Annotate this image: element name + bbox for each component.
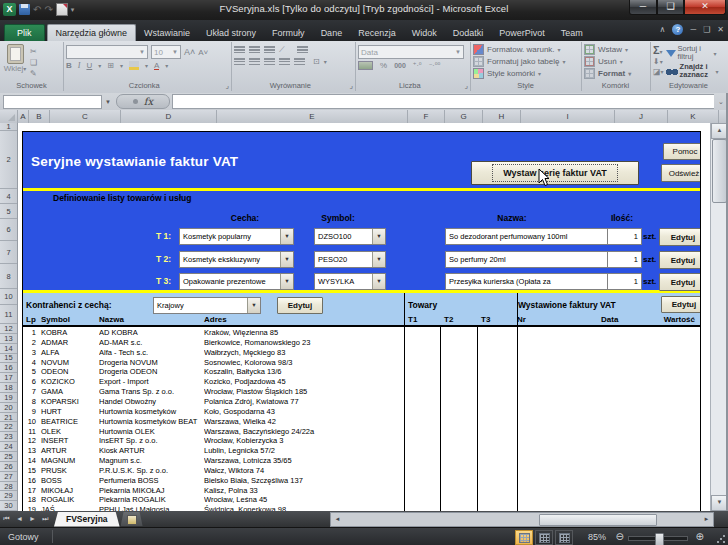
row-header-20[interactable]: 20 [0,403,17,413]
t1-cecha-select[interactable]: Kosmetyk popularny▼ [179,228,294,245]
row-header-1[interactable]: 1 [0,123,17,131]
zoom-slider[interactable] [628,536,688,541]
normal-view-button[interactable] [515,530,533,545]
kontrahenci-select[interactable]: Krajowy▼ [153,297,261,314]
align-top-icon[interactable] [234,46,245,54]
table-row[interactable]: 9HURTHurtownia kosmetykówKoło, Gospodarn… [23,407,699,417]
table-row[interactable]: 5ODEONDrogeria ODEONKoszalin, Bałtycka 1… [23,367,699,377]
autosum-icon[interactable]: Σ▾ [653,45,664,56]
column-header-E[interactable]: E [217,110,408,123]
row-header-4[interactable]: 4 [0,189,17,204]
minimize-button[interactable]: ─ [629,0,657,15]
faktury-edit-button[interactable]: Edytuj [661,296,701,313]
column-header-I[interactable]: I [521,110,615,123]
table-row[interactable]: 4NOVUMDrogeria NOVUMSosnowiec, Kolorowa … [23,358,699,368]
row-header-23[interactable]: 23 [0,432,17,442]
table-row[interactable]: 16BOSSPerfumeria BOSSBielsko Biała, Szcz… [23,476,699,486]
tab-widok[interactable]: Widok [404,25,445,41]
decrease-indent-icon[interactable] [279,58,290,66]
row-header-11[interactable]: 11 [0,305,17,324]
align-left-icon[interactable] [234,58,245,66]
paste-button[interactable]: Wklej▾ [0,44,30,80]
tab-powerpivot[interactable]: PowerPivot [491,25,553,41]
horizontal-scrollbar[interactable]: ◄ ► [330,512,714,527]
workbook-close-icon[interactable]: ✕ [717,25,724,34]
scroll-left-icon[interactable]: ◄ [331,513,344,525]
row-header-30[interactable]: 30 [0,501,17,511]
t3-nazwa-field[interactable]: Przesyłka kurierska (Opłata za [445,273,608,290]
table-row[interactable]: 11OLEKHurtownia OLEKWarszawa, Baczyńskie… [23,427,699,437]
cells-area[interactable]: Seryjne wystawianie faktur VAT Wystaw se… [18,123,710,511]
workbook-minimize-icon[interactable]: ─ [690,25,696,34]
workbook-restore-icon[interactable]: ❑ [703,25,710,34]
font-color-icon[interactable]: A [154,61,159,70]
row-header-26[interactable]: 26 [0,462,17,472]
bold-icon[interactable]: B [66,61,72,70]
last-sheet-icon[interactable]: ⏭ [39,513,52,525]
wrap-text-icon[interactable] [297,46,308,54]
t2-symbol-select[interactable]: PESO20▼ [314,251,386,268]
table-row[interactable]: 10BEATRICEHurtownia kosmetyków BEATWarsz… [23,417,699,427]
vertical-scroll-thumb[interactable] [712,139,727,203]
table-row[interactable]: 17MIKOŁAJPiekarnia MIKOŁAJKalisz, Polna … [23,486,699,496]
tab-plik[interactable]: Plik [4,24,45,41]
horizontal-scroll-thumb[interactable] [539,514,657,526]
row-header-24[interactable]: 24 [0,442,17,452]
increase-indent-icon[interactable] [294,58,305,66]
czcionka-dialog-launcher[interactable]: ⌟ [225,81,229,90]
row-header-29[interactable]: 29 [0,491,17,501]
grow-font-icon[interactable]: A˄ [184,47,195,57]
t2-ilosc-field[interactable]: 1 [607,251,642,268]
zoom-in-icon[interactable]: ⊕ [696,531,704,542]
t2-nazwa-field[interactable]: So perfumy 20ml [445,251,608,268]
row-header-13[interactable]: 13 [0,334,17,344]
t1-edit-button[interactable]: Edytuj [659,228,701,246]
align-middle-icon[interactable] [249,46,260,54]
wyrownanie-dialog-launcher[interactable]: ⌟ [349,81,353,90]
help-icon[interactable]: ? [672,24,683,35]
row-header-19[interactable]: 19 [0,393,17,403]
font-size-select[interactable]: 10▼ [151,45,181,59]
t3-cecha-select[interactable]: Opakowanie prezentowe▼ [179,273,294,290]
tab-formuly[interactable]: Formuły [264,25,313,41]
merge-center-icon[interactable]: ⊡ [313,57,320,66]
row-header-25[interactable]: 25 [0,452,17,462]
help-button[interactable]: Pomoc [663,143,701,160]
comma-style-icon[interactable]: 000 [394,62,406,69]
delete-cells-button[interactable]: Usuń▾ [584,55,650,67]
table-row[interactable]: 8KOPARSKIHandel ObwoźnyPolanica Zdrój, K… [23,397,699,407]
align-bottom-icon[interactable] [264,46,275,54]
table-row[interactable]: 6KOZICKOExport - ImportKozicko, Podjazdo… [23,377,699,387]
font-name-select[interactable]: ▼ [66,45,148,59]
shrink-font-icon[interactable]: A˅ [198,48,208,57]
t1-symbol-select[interactable]: DZSO100▼ [314,228,386,245]
insert-cells-button[interactable]: Wstaw▾ [584,44,650,55]
row-header-10[interactable]: 10 [0,289,17,305]
column-header-D[interactable]: D [121,110,217,123]
format-painter-icon[interactable]: ✎ [30,69,37,78]
zoom-level[interactable]: 85% [588,532,606,542]
increase-decimal-icon[interactable]: ⁺·⁰ [413,62,422,70]
row-header-28[interactable]: 28 [0,482,17,492]
name-box-dropdown-icon[interactable]: ▼ [102,95,114,109]
sort-filter-button[interactable]: Sortuj i filtruj▾ [666,45,719,61]
cut-icon[interactable]: ✂ [30,47,37,56]
zoom-out-icon[interactable]: ⊖ [616,531,624,542]
row-header-2[interactable]: 2 [0,131,17,189]
row-header-22[interactable]: 22 [0,423,17,433]
column-header-A[interactable]: A [18,110,29,123]
table-row[interactable]: 18ROGALIKPiekarnia ROGALIKWrocław, Leśna… [23,495,699,505]
t1-ilosc-field[interactable]: 1 [607,228,642,245]
issue-invoices-button[interactable]: Wystaw serię faktur VAT [471,161,639,185]
row-header-21[interactable]: 21 [0,413,17,423]
decrease-decimal-icon[interactable]: ⁻·⁰⁰ [429,62,441,70]
tab-recenzja[interactable]: Recenzja [350,25,404,41]
find-select-button[interactable]: Znajdź i zaznacz▾ [666,63,719,79]
row-header-18[interactable]: 18 [0,383,17,393]
sheet-tab-fvseryjna[interactable]: FVSeryjna [54,512,120,527]
table-row[interactable]: 12INSERTInsERT Sp. z o.o.Wrocław, Kobier… [23,436,699,446]
number-format-select[interactable]: Data▼ [358,45,464,59]
table-row[interactable]: 15PRUSKP.R.U.S.K. Sp. z o.o.Wałcz, Wikto… [23,466,699,476]
column-header-H[interactable]: H [483,110,521,123]
row-header-7[interactable]: 7 [0,241,17,264]
